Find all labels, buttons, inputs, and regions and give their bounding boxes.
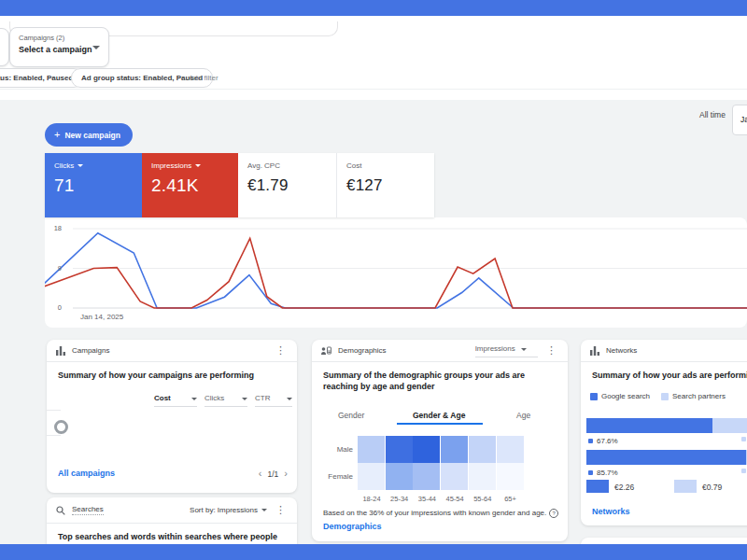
- scorecard-clicks[interactable]: Clicks 71: [45, 153, 142, 217]
- cpc-swatch-google-search: [586, 480, 609, 493]
- legend-google-search-label: Google search: [601, 392, 650, 400]
- heatmap-cell-male-65+: [497, 436, 524, 463]
- legend-search-partners-label: Search partners: [672, 392, 726, 400]
- networks-bar-2: [586, 450, 747, 465]
- kebab-menu-icon[interactable]: ⋮: [274, 505, 288, 515]
- add-filter-button[interactable]: Add filter: [189, 68, 218, 88]
- demographics-metric-label: Impressions: [475, 344, 515, 353]
- networks-bar-1-label: 67.6%: [588, 437, 618, 445]
- dropdown-clicks-label: Clicks: [204, 394, 224, 402]
- chevron-down-icon: [78, 164, 83, 167]
- heatmap-col-label-45-54: 45-54: [441, 495, 469, 503]
- table-row-divider: [47, 435, 61, 436]
- heatmap-cell-male-25-34: [386, 436, 413, 463]
- metric-dropdown-clicks[interactable]: Clicks: [204, 394, 247, 407]
- help-icon[interactable]: ?: [549, 509, 558, 518]
- dropdown-cost-label: Cost: [154, 394, 171, 402]
- heatmap-cell-male-35-44: [413, 436, 440, 463]
- demographics-card: Demographics Impressions ⋮ Summary of th…: [312, 340, 568, 541]
- cpc-google-search-value: €2.26: [614, 483, 634, 492]
- dropdown-ctr-label: CTR: [255, 394, 270, 402]
- scorecard-impressions-value: 2.41K: [151, 175, 238, 196]
- heatmap-cell-female-65+: [497, 463, 524, 490]
- scorecard-impressions[interactable]: Impressions 2.41K: [142, 153, 238, 217]
- time-range-label[interactable]: All time: [699, 110, 726, 119]
- campaign-selector-label: Campaigns (2): [19, 34, 64, 42]
- campaign-selector-value: Select a campaign: [19, 45, 92, 54]
- legend-swatch-google-search: [590, 393, 598, 400]
- chevron-down-icon: [287, 398, 292, 400]
- sort-by-dropdown[interactable]: Sort by: Impressions: [190, 506, 267, 514]
- tab-age[interactable]: Age: [516, 411, 530, 420]
- tab-gender[interactable]: Gender: [338, 411, 364, 420]
- metric-dropdown-cost[interactable]: Cost: [154, 394, 197, 407]
- scorecard-clicks-label: Clicks: [54, 161, 74, 170]
- heatmap-col-label-65+: 65+: [497, 495, 525, 503]
- demographics-summary: Summary of the demographic groups your a…: [323, 370, 557, 392]
- cpc-swatch-search-partners: [674, 480, 697, 493]
- impressions-series-line: [45, 238, 747, 308]
- heatmap-col-label-35-44: 35-44: [413, 495, 441, 503]
- new-campaign-button[interactable]: + New campaign: [45, 123, 133, 147]
- kebab-menu-icon[interactable]: ⋮: [274, 345, 288, 356]
- chevron-down-icon: [261, 509, 267, 511]
- heatmap-cell-female-25-34: [386, 463, 413, 490]
- campaign-selector-dropdown[interactable]: Campaigns (2) Select a campaign: [9, 27, 109, 67]
- chevron-down-icon: [242, 398, 247, 400]
- bottom-app-bar: [0, 544, 747, 560]
- scorecard-avg-cpc: Avg. CPC €1.79: [238, 153, 336, 217]
- chevron-down-icon: [191, 398, 197, 400]
- label-swatch: [741, 437, 746, 441]
- bar-segment-google-search: [586, 418, 712, 433]
- label-swatch: [588, 470, 593, 475]
- clicks-series-line: [45, 233, 747, 308]
- date-range-box[interactable]: Ja: [732, 105, 747, 135]
- partial-left-panel: [0, 28, 9, 66]
- tab-gender-and-age[interactable]: Gender & Age: [413, 411, 465, 420]
- y-axis-tick-label: 9: [47, 264, 62, 273]
- all-campaigns-link[interactable]: All campaigns: [58, 469, 115, 478]
- kebab-menu-icon[interactable]: ⋮: [544, 345, 558, 356]
- scorecard-cost: Cost €127: [336, 153, 434, 217]
- y-axis-tick-label: 18: [47, 224, 62, 232]
- chevron-down-icon: [521, 348, 527, 351]
- performance-chart: Jan 14, 2025 0918: [45, 217, 747, 328]
- label-swatch: [741, 469, 746, 473]
- sort-by-label: Sort by: Impressions: [190, 506, 258, 514]
- header-divider: [0, 89, 747, 90]
- table-row-divider: [47, 410, 61, 411]
- heatmap-col-label-25-34: 25-34: [386, 495, 414, 503]
- chevron-down-icon: [195, 164, 201, 167]
- status-donut-icon: [54, 420, 68, 434]
- heatmap-cell-female-45-54: [441, 463, 468, 490]
- plus-icon: +: [54, 130, 60, 140]
- scorecard-cost-value: €127: [346, 176, 434, 195]
- pagination-next-icon[interactable]: ›: [284, 469, 288, 479]
- campaigns-card-header: Campaigns ⋮: [47, 340, 297, 362]
- searches-card-title: Searches: [72, 505, 104, 515]
- bar-chart-icon: [56, 346, 65, 356]
- chevron-down-icon: [92, 46, 100, 49]
- networks-card-header: Networks: [581, 340, 747, 362]
- heatmap-row-label-male: Male: [316, 445, 353, 454]
- campaigns-card: Campaigns ⋮ Summary of how your campaign…: [47, 340, 297, 493]
- networks-bar-1: [586, 418, 747, 433]
- heatmap-cell-male-18-24: [358, 436, 385, 463]
- demographics-metric-dropdown[interactable]: Impressions: [475, 344, 538, 357]
- networks-summary: Summary of how your ads are performing o…: [592, 370, 747, 381]
- pagination-prev-icon[interactable]: ‹: [259, 469, 262, 479]
- metric-dropdown-ctr[interactable]: CTR: [255, 394, 292, 407]
- gender-age-heatmap: [358, 436, 524, 490]
- networks-card: Networks Summary of how your ads are per…: [581, 340, 747, 525]
- heatmap-cell-female-35-44: [413, 463, 440, 490]
- demographics-link[interactable]: Demographics: [323, 522, 382, 531]
- legend-swatch-search-partners: [661, 393, 669, 400]
- active-tab-underline: [397, 423, 483, 425]
- time-series-plot: [45, 217, 747, 328]
- scorecard-avg-cpc-label: Avg. CPC: [247, 161, 336, 170]
- heatmap-col-label-18-24: 18-24: [358, 495, 386, 503]
- heatmap-row-label-female: Female: [316, 472, 353, 481]
- demographics-people-icon: [321, 346, 331, 356]
- heatmap-cell-female-18-24: [358, 463, 385, 490]
- networks-link[interactable]: Networks: [592, 507, 630, 516]
